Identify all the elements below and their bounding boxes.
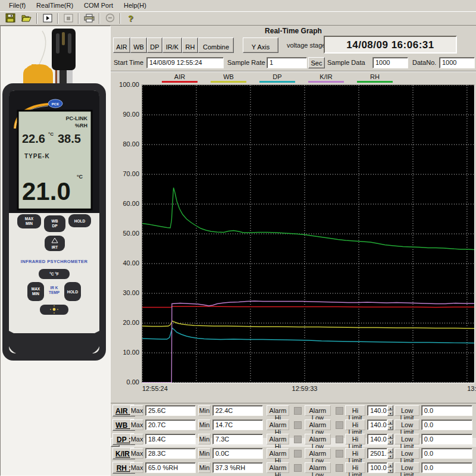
graph-area: AIRWBDPK/IRRH 0.0010.0020.0030.0040.0050… xyxy=(111,71,476,391)
low-limit-label: Low Limit xyxy=(394,419,419,430)
clock-display: 14/08/09 16:06:31 xyxy=(324,36,457,54)
alarm-hi-label: Alarm Hi xyxy=(267,405,290,416)
stop-button[interactable] xyxy=(60,12,76,25)
series-wb xyxy=(142,321,474,329)
channel-button-air[interactable]: AIR xyxy=(113,37,130,53)
menu-bar: File(f) RealTime(R) COM Port Help(H) xyxy=(0,0,476,11)
y-tick-label: 90.00 xyxy=(113,111,139,118)
legend-color-bar xyxy=(357,81,393,83)
menu-com-port[interactable]: COM Port xyxy=(79,1,118,11)
start-time-value[interactable]: 14/08/09 12:55:24 xyxy=(146,57,224,68)
hi-limit-input[interactable]: 140.0 xyxy=(367,419,387,430)
lcd-rh-unit: %RH xyxy=(75,123,87,129)
channel-button-irk[interactable]: IR/K xyxy=(162,37,182,53)
menu-file[interactable]: File(f) xyxy=(4,1,31,11)
sample-rate-input[interactable]: 1 xyxy=(267,57,307,68)
alarm-low-indicator xyxy=(336,436,343,443)
low-limit-label: Low Limit xyxy=(394,405,419,416)
alarm-low-label: Alarm Low xyxy=(305,448,331,459)
open-button[interactable] xyxy=(18,12,35,25)
plot-area xyxy=(142,84,475,383)
low-limit-input[interactable]: 0.0 xyxy=(421,405,472,416)
legend-item-rh: RH xyxy=(357,73,393,83)
print-button[interactable] xyxy=(81,12,97,25)
spinner-down-icon[interactable]: ▼ xyxy=(387,468,393,473)
device-bottom xyxy=(7,330,102,353)
svg-text:IRT: IRT xyxy=(52,245,58,249)
hi-limit-spinner[interactable]: ▲ ▼ xyxy=(387,462,393,473)
spinner-up-icon[interactable]: ▲ xyxy=(387,434,393,439)
min-value: 37.3 %RH xyxy=(212,462,263,473)
hi-limit-spinner[interactable]: ▲ ▼ xyxy=(387,434,393,444)
hi-limit-label: Hi Limit xyxy=(345,448,365,459)
spinner-up-icon[interactable]: ▲ xyxy=(387,405,393,411)
menu-help[interactable]: Help(H) xyxy=(118,1,152,11)
hi-limit-input[interactable]: 100.0 xyxy=(367,462,387,473)
data-no-value[interactable]: 1000 xyxy=(439,57,475,68)
alarm-hi-indicator xyxy=(294,407,302,415)
min-label: Min xyxy=(198,405,211,416)
sample-data-label: Sample Data xyxy=(327,59,365,66)
hi-limit-input[interactable]: 140.0 xyxy=(367,434,387,444)
spinner-up-icon[interactable]: ▲ xyxy=(387,462,393,468)
alarm-hi-label: Alarm Hi xyxy=(267,448,290,459)
spinner-up-icon[interactable]: ▲ xyxy=(387,448,393,453)
lcd-pc-link: PC-LINK xyxy=(66,115,88,121)
max-label: Max xyxy=(130,419,143,430)
y-tick-label: 0.00 xyxy=(113,378,139,386)
lcd-main-temp: 21.0 xyxy=(22,177,71,205)
open-folder-icon xyxy=(21,14,32,24)
hi-limit-spinner[interactable]: ▲ ▼ xyxy=(387,448,393,459)
hi-limit-spinner[interactable]: ▲ ▼ xyxy=(387,405,393,416)
spinner-down-icon[interactable]: ▼ xyxy=(387,425,393,430)
hi-limit-input[interactable]: 2501.0 xyxy=(367,448,387,459)
channel-button-rh[interactable]: RH xyxy=(182,37,198,53)
hi-limit-spinner[interactable]: ▲ ▼ xyxy=(387,419,393,430)
svg-text:MAXMIN: MAXMIN xyxy=(25,217,34,226)
lcd-type-label: TYPE-K xyxy=(24,153,50,159)
y-tick-label: 100.00 xyxy=(113,81,139,88)
y-axis-button[interactable]: Y Axis xyxy=(243,37,278,53)
min-value: 7.3C xyxy=(212,434,263,444)
low-limit-input[interactable]: 0.0 xyxy=(421,419,472,430)
sample-data-value[interactable]: 1000 xyxy=(372,57,408,68)
legend-item-kir: K/IR xyxy=(308,73,344,83)
voltage-stage-label: voltage stage xyxy=(287,42,325,49)
low-limit-input[interactable]: 0.0 xyxy=(421,462,472,473)
alarm-low-indicator xyxy=(336,421,343,429)
y-tick-label: 80.00 xyxy=(113,140,139,148)
legend-color-bar xyxy=(259,81,295,83)
low-limit-input[interactable]: 0.0 xyxy=(421,448,472,459)
alarm-low-indicator xyxy=(336,450,343,458)
toolbar-separator xyxy=(36,13,37,24)
svg-text:HOLD: HOLD xyxy=(74,219,86,223)
max-label: Max xyxy=(130,448,143,459)
svg-text:HOLD: HOLD xyxy=(67,290,79,294)
legend-item-air: AIR xyxy=(162,73,198,83)
sec-button[interactable]: Sec xyxy=(308,57,325,68)
channel-button-wb[interactable]: WB xyxy=(130,37,147,53)
legend-color-bar xyxy=(211,81,246,83)
start-button[interactable] xyxy=(39,12,55,25)
legend-color-bar xyxy=(162,81,198,83)
spinner-up-icon[interactable]: ▲ xyxy=(387,419,393,425)
y-tick-label: 30.00 xyxy=(113,289,139,296)
y-tick-label: 50.00 xyxy=(113,230,139,237)
spinner-down-icon[interactable]: ▼ xyxy=(387,411,393,416)
low-limit-label: Low Limit xyxy=(394,448,419,459)
spinner-down-icon[interactable]: ▼ xyxy=(387,439,393,444)
channel-button-dp[interactable]: DP xyxy=(147,37,162,53)
table-row: RH : Max 65.0 %RH Min 37.3 %RH Alarm Hi … xyxy=(111,461,476,475)
hi-limit-input[interactable]: 140.0 xyxy=(367,405,387,416)
disconnect-button[interactable] xyxy=(102,12,118,25)
help-button[interactable]: ? xyxy=(123,12,139,25)
max-label: Max xyxy=(130,462,143,473)
channel-button-combine[interactable]: Combine xyxy=(198,37,234,53)
save-button[interactable] xyxy=(2,12,18,25)
low-limit-input[interactable]: 0.0 xyxy=(421,434,472,444)
menu-realtime[interactable]: RealTime(R) xyxy=(31,1,79,11)
alarm-low-label: Alarm Low xyxy=(305,462,331,473)
spinner-down-icon[interactable]: ▼ xyxy=(387,453,393,459)
y-tick-label: 40.00 xyxy=(113,259,139,267)
device-photo: PCE PC-LINK %RH 22.6 °C 38.5 TYPE-K 21.0… xyxy=(1,26,110,475)
